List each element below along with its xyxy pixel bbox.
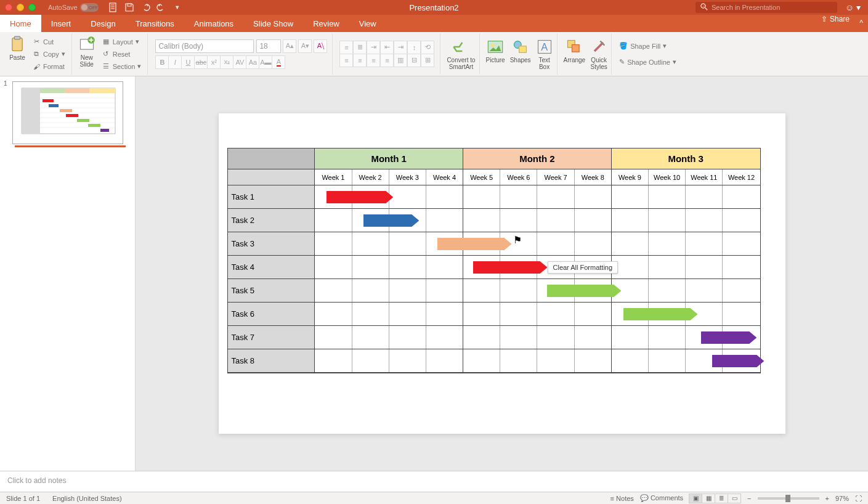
tab-review[interactable]: Review <box>303 15 349 32</box>
slides-group: New Slide ▦Layout ▾ ↺Reset ☰Section ▾ <box>75 33 148 75</box>
subscript-button[interactable]: x₂ <box>220 55 233 69</box>
slide[interactable]: Month 1Month 2Month 3Week 1Week 2Week 3W… <box>219 113 785 434</box>
section-button[interactable]: ☰Section ▾ <box>99 60 144 73</box>
shape-outline-button[interactable]: ✎Shape Outline ▾ <box>619 56 676 68</box>
zoom-out-button[interactable]: − <box>747 495 751 502</box>
close-window-button[interactable] <box>5 4 12 11</box>
font-color-button[interactable]: A <box>272 55 285 69</box>
align-center-button[interactable]: ≡ <box>353 54 367 67</box>
cut-button[interactable]: ✂Cut <box>30 36 68 48</box>
layout-button[interactable]: ▦Layout ▾ <box>99 36 144 48</box>
copy-button[interactable]: ⧉Copy ▾ <box>30 48 68 60</box>
fit-to-window-button[interactable]: ⛶ <box>855 495 862 502</box>
line-spacing-button[interactable]: ↕ <box>407 41 421 54</box>
gantt-bar[interactable] <box>547 285 622 297</box>
picture-button[interactable]: Picture <box>486 38 505 70</box>
clear-formatting-button[interactable]: A⧹ <box>314 39 327 53</box>
new-slide-button[interactable]: New Slide <box>78 36 95 68</box>
sorter-view-button[interactable]: ▦ <box>702 494 715 503</box>
align-left-button[interactable]: ≡ <box>339 54 353 67</box>
reset-button[interactable]: ↺Reset <box>99 48 144 60</box>
tab-transitions[interactable]: Transitions <box>126 15 184 32</box>
notes-toggle[interactable]: ≡ Notes <box>610 495 634 502</box>
strikethrough-button[interactable]: abc <box>194 55 208 69</box>
grid-cell <box>352 279 389 302</box>
italic-button[interactable]: I <box>168 55 182 69</box>
gantt-bar[interactable] <box>623 308 698 320</box>
convert-smartart-button[interactable]: Convert to SmartArt <box>447 38 475 70</box>
underline-button[interactable]: U <box>181 55 195 69</box>
search-box[interactable]: 🔍︎ <box>696 2 837 13</box>
svg-marker-37 <box>473 261 548 274</box>
gantt-bar[interactable] <box>712 355 764 367</box>
shrink-font-button[interactable]: A▾ <box>298 39 312 53</box>
svg-rect-13 <box>572 44 580 52</box>
qat-customize-icon[interactable]: ▼ <box>172 2 182 12</box>
comments-toggle[interactable]: 💬 Comments <box>640 494 683 502</box>
language-label[interactable]: English (United States) <box>52 495 122 502</box>
columns-button[interactable]: ▥ <box>394 54 407 67</box>
tab-slideshow[interactable]: Slide Show <box>243 15 303 32</box>
tab-design[interactable]: Design <box>81 15 125 32</box>
align-right-button[interactable]: ≡ <box>367 54 380 67</box>
save-icon[interactable] <box>124 2 134 12</box>
font-name-select[interactable] <box>155 39 254 53</box>
gantt-bar[interactable] <box>437 238 512 250</box>
char-spacing-button[interactable]: AV <box>233 55 246 69</box>
collapse-ribbon-icon[interactable]: ^ <box>859 18 863 27</box>
gantt-bar[interactable] <box>327 191 393 203</box>
paste-button[interactable]: Paste <box>9 36 26 61</box>
text-direction-button[interactable]: ⟲ <box>421 41 434 54</box>
gantt-bar[interactable] <box>701 331 756 344</box>
search-input[interactable] <box>712 4 834 11</box>
align-text-button[interactable]: ⊟ <box>407 54 421 67</box>
tab-view[interactable]: View <box>349 15 386 32</box>
justify-button[interactable]: ≡ <box>380 54 394 67</box>
zoom-in-button[interactable]: + <box>825 495 829 502</box>
distribute-button[interactable]: ⊞ <box>421 54 434 67</box>
quick-styles-icon <box>590 38 607 55</box>
highlight-button[interactable]: A▬ <box>259 55 272 69</box>
superscript-button[interactable]: x² <box>207 55 221 69</box>
redo-icon[interactable] <box>156 2 166 12</box>
bullets-button[interactable]: ≡ <box>339 41 353 54</box>
share-icon: ⇪ <box>821 15 827 23</box>
zoom-slider[interactable] <box>758 497 819 500</box>
font-size-select[interactable] <box>256 39 281 53</box>
undo-icon[interactable] <box>140 2 150 12</box>
textbox-button[interactable]: AText Box <box>536 38 553 70</box>
numbering-button[interactable]: ≣ <box>353 41 367 54</box>
arrange-button[interactable]: Arrange <box>564 38 586 70</box>
notes-pane[interactable]: Click to add notes <box>0 471 868 492</box>
list-level-button[interactable]: ⇥ <box>367 41 380 54</box>
bold-button[interactable]: B <box>155 55 169 69</box>
increase-indent-button[interactable]: ⇥ <box>394 41 407 54</box>
grow-font-button[interactable]: A▴ <box>283 39 296 53</box>
decrease-indent-button[interactable]: ⇤ <box>380 41 394 54</box>
slide-thumbnail-1[interactable] <box>12 81 123 144</box>
grid-cell <box>537 209 574 232</box>
gantt-bar[interactable] <box>363 214 419 227</box>
gantt-bar[interactable] <box>473 261 548 274</box>
shape-fill-button[interactable]: 🪣Shape Fill ▾ <box>619 40 667 52</box>
autosave-toggle[interactable]: AutoSave OFF <box>48 3 99 12</box>
zoom-label[interactable]: 97% <box>835 495 849 502</box>
feedback-icon[interactable]: ☺ ▾ <box>845 2 861 12</box>
tab-insert[interactable]: Insert <box>41 15 81 32</box>
quick-styles-button[interactable]: Quick Styles <box>590 38 607 70</box>
reading-view-button[interactable]: ≣ <box>715 494 728 503</box>
file-icon[interactable] <box>108 2 118 12</box>
change-case-button[interactable]: Aa <box>246 55 259 69</box>
slide-canvas-area[interactable]: Month 1Month 2Month 3Week 1Week 2Week 3W… <box>136 76 868 471</box>
normal-view-button[interactable]: ▣ <box>689 494 702 503</box>
grid-cell <box>649 279 686 302</box>
tab-animations[interactable]: Animations <box>184 15 243 32</box>
slideshow-view-button[interactable]: ▭ <box>728 494 741 503</box>
shapes-button[interactable]: Shapes <box>510 38 531 70</box>
share-button[interactable]: ⇪Share <box>821 15 850 23</box>
tab-home[interactable]: Home <box>0 15 41 32</box>
format-painter-button[interactable]: 🖌Format <box>30 60 68 73</box>
minimize-window-button[interactable] <box>17 4 24 11</box>
title-bar: AutoSave OFF ▼ Presentation2 🔍︎ ☺ ▾ <box>0 0 868 15</box>
maximize-window-button[interactable] <box>28 4 36 11</box>
